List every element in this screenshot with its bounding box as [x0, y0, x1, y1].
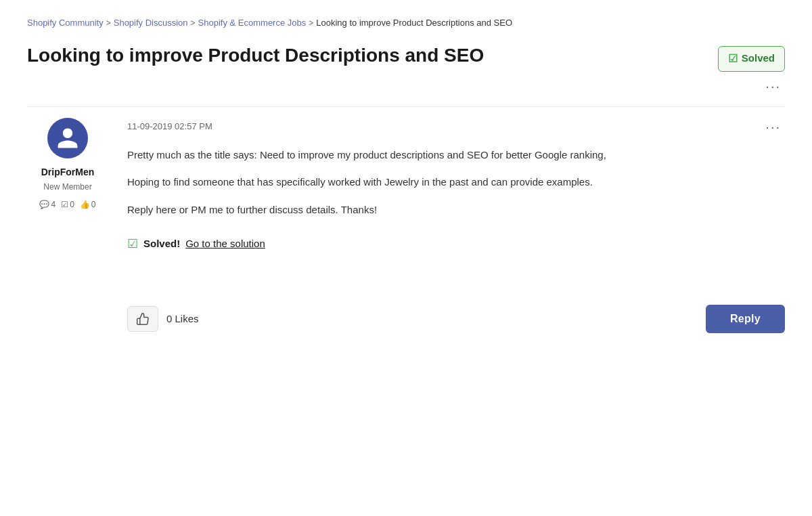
post-timestamp: 11-09-2019 02:57 PM	[127, 120, 212, 133]
author-posts-stat: 💬 4	[39, 198, 55, 211]
post-body: 11-09-2019 02:57 PM ··· Pretty much as t…	[127, 118, 785, 333]
post-meta: 11-09-2019 02:57 PM ···	[127, 118, 785, 136]
post-footer: 0 Likes Reply	[127, 294, 785, 333]
page-title: Looking to improve Product Descriptions …	[27, 43, 484, 68]
go-to-solution-link[interactable]: Go to the solution	[185, 236, 265, 252]
speech-bubble-icon: 💬	[39, 198, 49, 211]
breadcrumb-separator-3: >	[309, 17, 313, 29]
author-check-count: 0	[70, 198, 74, 211]
breadcrumb-current: Looking to improve Product Descriptions …	[316, 16, 512, 30]
post-title-options-area: ···	[27, 77, 785, 95]
reply-button[interactable]: Reply	[706, 305, 785, 333]
post-container: DripForMen New Member 💬 4 ☑ 0 👍 0	[27, 106, 785, 333]
breadcrumb-shopify-community[interactable]: Shopify Community	[27, 16, 104, 30]
author-role: New Member	[43, 181, 91, 193]
solved-notice-label: Solved!	[143, 236, 180, 252]
breadcrumb-shopify-discussion[interactable]: Shopify Discussion	[114, 16, 188, 30]
thumbs-up-icon	[136, 312, 150, 326]
author-sidebar: DripForMen New Member 💬 4 ☑ 0 👍 0	[27, 118, 108, 333]
author-posts-count: 4	[51, 198, 55, 211]
likes-area: 0 Likes	[127, 306, 199, 332]
solved-notice-check-icon: ☑	[127, 235, 138, 253]
author-stats: 💬 4 ☑ 0 👍 0	[39, 198, 95, 211]
breadcrumb-ecommerce-jobs[interactable]: Shopify & Ecommerce Jobs	[198, 16, 307, 30]
check-stat-icon: ☑	[61, 198, 68, 211]
avatar	[47, 118, 88, 158]
author-name: DripForMen	[41, 165, 95, 179]
breadcrumb: Shopify Community > Shopify Discussion >…	[27, 16, 785, 30]
solved-badge: ☑ Solved	[718, 46, 785, 72]
author-check-stat: ☑ 0	[61, 198, 74, 211]
author-likes-stat: 👍 0	[80, 198, 96, 211]
post-title-area: Looking to improve Product Descriptions …	[27, 43, 785, 72]
post-paragraph-2: Hoping to find someone that has specific…	[127, 174, 785, 191]
breadcrumb-separator-1: >	[106, 17, 111, 29]
likes-count: 0 Likes	[166, 311, 199, 327]
post-options-button[interactable]: ···	[761, 77, 785, 95]
solved-check-icon: ☑	[728, 51, 738, 67]
like-button[interactable]	[127, 306, 158, 332]
thumbs-stat-icon: 👍	[80, 198, 90, 211]
post-body-options-button[interactable]: ···	[761, 118, 785, 136]
post-paragraph-3: Reply here or PM me to further discuss d…	[127, 202, 785, 219]
author-likes-count: 0	[91, 198, 96, 211]
post-paragraph-1: Pretty much as the title says: Need to i…	[127, 147, 785, 164]
breadcrumb-separator-2: >	[191, 17, 196, 29]
avatar-icon	[55, 126, 80, 150]
solved-notice: ☑ Solved! Go to the solution	[127, 235, 785, 253]
solved-badge-label: Solved	[742, 51, 775, 66]
